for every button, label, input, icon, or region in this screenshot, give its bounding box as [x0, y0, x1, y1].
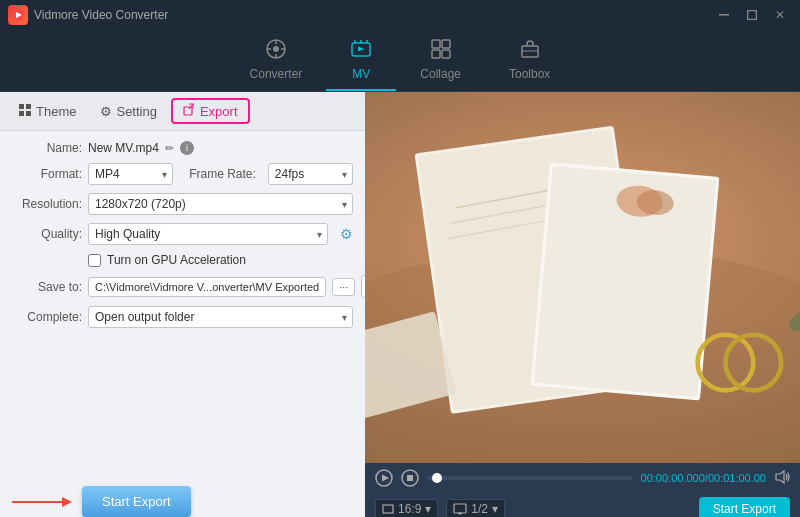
- tab-converter-label: Converter: [250, 67, 303, 81]
- left-panel: Theme ⚙ Setting Export: [0, 92, 365, 517]
- quality-row: Quality: High Quality Standard Quality L…: [12, 223, 353, 245]
- screen-icon: [453, 503, 467, 515]
- ratio-icon: [382, 504, 394, 514]
- tab-toolbox-label: Toolbox: [509, 67, 550, 81]
- quality-select-wrapper[interactable]: High Quality Standard Quality Low Qualit…: [88, 223, 328, 245]
- resolution-label: Resolution:: [12, 197, 82, 211]
- subnav-export[interactable]: Export: [171, 98, 250, 124]
- subnav-theme-label: Theme: [36, 104, 76, 119]
- tab-mv-label: MV: [352, 67, 370, 81]
- svg-rect-14: [432, 40, 440, 48]
- svg-rect-23: [26, 111, 31, 116]
- top-nav: Converter MV Collage: [0, 30, 800, 92]
- resolution-select[interactable]: 1280x720 (720p) 1920x1080 (1080p) 854x48…: [88, 193, 353, 215]
- minimize-button[interactable]: [712, 6, 736, 24]
- svg-rect-16: [432, 50, 440, 58]
- gpu-label: Turn on GPU Acceleration: [107, 253, 246, 267]
- ratio-chevron-icon: ▾: [425, 502, 431, 516]
- close-button[interactable]: ✕: [768, 6, 792, 24]
- settings-form: Name: New MV.mp4 ✏ i Format: MP4 MOV AVI: [0, 131, 365, 478]
- start-export-section: Start Export: [0, 478, 365, 517]
- playback-controls: 00:00:00.000/00:01:00.00: [365, 463, 800, 493]
- subnav-export-label: Export: [200, 104, 238, 119]
- time-total: 00:01:00.00: [708, 472, 766, 484]
- quality-gear-icon[interactable]: ⚙: [340, 226, 353, 242]
- mv-icon: [350, 38, 372, 65]
- complete-row: Complete: Open output folder Do nothing …: [12, 306, 353, 328]
- format-select-wrapper[interactable]: MP4 MOV AVI MKV: [88, 163, 173, 185]
- svg-rect-17: [442, 50, 450, 58]
- save-to-label: Save to:: [12, 280, 82, 294]
- progress-dot[interactable]: [432, 473, 442, 483]
- title-bar: Vidmore Video Converter ✕: [0, 0, 800, 30]
- framerate-select-wrapper[interactable]: 24fps 25fps 30fps 60fps: [268, 163, 353, 185]
- play-button[interactable]: [375, 469, 393, 487]
- export-button-right[interactable]: Start Export: [699, 497, 790, 517]
- volume-icon[interactable]: [774, 470, 790, 487]
- setting-icon: ⚙: [100, 104, 112, 119]
- complete-select-wrapper[interactable]: Open output folder Do nothing Shut down: [88, 306, 353, 328]
- title-bar-controls: ✕: [712, 6, 792, 24]
- quality-label: Quality:: [12, 227, 82, 241]
- svg-marker-46: [382, 475, 389, 482]
- right-panel: 00:00:00.000/00:01:00.00 16:9 ▾: [365, 92, 800, 517]
- page-select[interactable]: 1/2 ▾: [446, 499, 505, 517]
- format-select[interactable]: MP4 MOV AVI MKV: [88, 163, 173, 185]
- ratio-value: 16:9: [398, 502, 421, 516]
- time-current: 00:00:00.000: [641, 472, 705, 484]
- start-export-button[interactable]: Start Export: [82, 486, 191, 517]
- svg-rect-24: [184, 107, 192, 115]
- tab-collage[interactable]: Collage: [396, 34, 485, 91]
- theme-icon: [18, 103, 32, 120]
- svg-marker-49: [776, 471, 784, 483]
- maximize-button[interactable]: [740, 6, 764, 24]
- save-to-row: Save to: C:\Vidmore\Vidmore V...onverter…: [12, 275, 353, 298]
- path-dots-button[interactable]: ···: [332, 278, 355, 296]
- tab-mv[interactable]: MV: [326, 34, 396, 91]
- svg-rect-2: [719, 14, 729, 16]
- progress-bar[interactable]: [427, 476, 633, 480]
- ratio-select[interactable]: 16:9 ▾: [375, 499, 438, 517]
- main-area: Theme ⚙ Setting Export: [0, 92, 800, 517]
- tab-toolbox[interactable]: Toolbox: [485, 34, 574, 91]
- svg-rect-3: [748, 11, 757, 20]
- page-chevron-icon: ▾: [492, 502, 498, 516]
- complete-select[interactable]: Open output folder Do nothing Shut down: [88, 306, 353, 328]
- svg-rect-50: [383, 505, 393, 513]
- gpu-checkbox[interactable]: [88, 254, 101, 267]
- title-bar-left: Vidmore Video Converter: [8, 5, 168, 25]
- resolution-input: 1280x720 (720p) 1920x1080 (1080p) 854x48…: [88, 193, 353, 215]
- quality-select[interactable]: High Quality Standard Quality Low Qualit…: [88, 223, 328, 245]
- subnav-theme[interactable]: Theme: [8, 99, 86, 124]
- svg-point-5: [273, 46, 279, 52]
- preview-svg: [365, 92, 800, 463]
- resolution-select-wrapper[interactable]: 1280x720 (720p) 1920x1080 (1080p) 854x48…: [88, 193, 353, 215]
- page-value: 1/2: [471, 502, 488, 516]
- gpu-row: Turn on GPU Acceleration: [88, 253, 353, 267]
- framerate-select[interactable]: 24fps 25fps 30fps 60fps: [268, 163, 353, 185]
- arrow-hint: [12, 492, 72, 512]
- name-label: Name:: [12, 141, 82, 155]
- converter-icon: [265, 38, 287, 65]
- format-label: Format:: [12, 167, 82, 181]
- save-to-input: C:\Vidmore\Vidmore V...onverter\MV Expor…: [88, 275, 389, 298]
- app-logo: [8, 5, 28, 25]
- complete-label: Complete:: [12, 310, 82, 324]
- subnav-setting[interactable]: ⚙ Setting: [90, 100, 166, 123]
- svg-rect-20: [19, 104, 24, 109]
- stop-button[interactable]: [401, 469, 419, 487]
- sub-nav: Theme ⚙ Setting Export: [0, 92, 365, 131]
- name-input: New MV.mp4 ✏ i: [88, 141, 353, 155]
- time-display: 00:00:00.000/00:01:00.00: [641, 472, 766, 484]
- tab-collage-label: Collage: [420, 67, 461, 81]
- svg-rect-48: [407, 475, 413, 481]
- svg-rect-51: [454, 504, 466, 513]
- tab-converter[interactable]: Converter: [226, 34, 327, 91]
- framerate-label: Frame Rate:: [189, 167, 256, 181]
- preview-area: [365, 92, 800, 463]
- edit-icon[interactable]: ✏: [165, 142, 174, 155]
- svg-rect-15: [442, 40, 450, 48]
- format-row: Format: MP4 MOV AVI MKV Frame Rate: 24f: [12, 163, 353, 185]
- app-title: Vidmore Video Converter: [34, 8, 168, 22]
- info-icon[interactable]: i: [180, 141, 194, 155]
